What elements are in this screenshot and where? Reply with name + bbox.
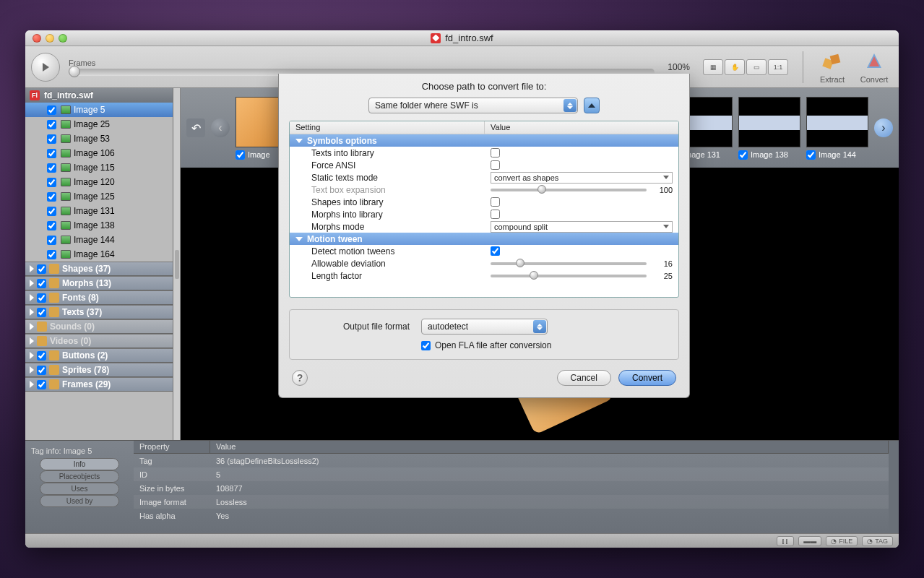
- tree-item-checkbox[interactable]: [47, 178, 56, 187]
- collapse-up-button[interactable]: [584, 98, 600, 113]
- category-checkbox[interactable]: [37, 366, 46, 375]
- status-tag-toggle[interactable]: ◔ TAG: [862, 536, 893, 546]
- status-file-toggle[interactable]: ◔ FILE: [826, 536, 858, 546]
- length-factor-slider[interactable]: [491, 275, 647, 277]
- text-box-expansion-slider[interactable]: [491, 189, 647, 191]
- tree-item-checkbox[interactable]: [47, 134, 56, 144]
- convert-button[interactable]: Convert: [855, 51, 893, 84]
- image-icon: [61, 207, 71, 215]
- taginfo-info-button[interactable]: Info: [40, 458, 119, 470]
- category-checkbox[interactable]: [37, 380, 46, 389]
- thumbnail-item[interactable]: Image 138: [738, 97, 800, 160]
- group-symbols-options[interactable]: Symbols options: [290, 134, 678, 147]
- tree-image-item[interactable]: Image 25: [25, 117, 173, 131]
- undo-button[interactable]: ↶: [186, 118, 205, 137]
- tree-item-checkbox[interactable]: [47, 149, 56, 158]
- tree-category-row[interactable]: Fonts (8): [25, 290, 173, 305]
- thumbnail-checkbox[interactable]: [806, 150, 816, 160]
- taginfo-placeobjects-button[interactable]: Placeobjects: [40, 470, 119, 483]
- image-icon: [61, 250, 71, 259]
- tree-image-item[interactable]: Image 53: [25, 131, 173, 146]
- disclosure-triangle-icon: [30, 337, 34, 345]
- setting-label: Static texts mode: [290, 173, 485, 183]
- view-mode-fit-icon[interactable]: ▭: [746, 59, 767, 75]
- file-name: fd_intro.swf: [44, 90, 93, 100]
- view-mode-grid-icon[interactable]: ▦: [703, 59, 723, 75]
- view-mode-actual-button[interactable]: 1:1: [768, 59, 788, 75]
- extract-button[interactable]: Extract: [813, 51, 851, 84]
- tree-item-label: Image 138: [74, 220, 115, 230]
- thumbnail-checkbox[interactable]: [738, 150, 748, 160]
- tree-category-row[interactable]: Buttons (2): [25, 348, 173, 363]
- tree-image-item[interactable]: Image 120: [25, 175, 173, 189]
- path-combo[interactable]: Same folder where SWF is: [368, 98, 578, 113]
- tree-item-checkbox[interactable]: [47, 120, 56, 129]
- tree-image-item[interactable]: Image 5: [25, 103, 173, 117]
- tree-item-checkbox[interactable]: [47, 163, 56, 173]
- status-segment-splitter-icon[interactable]: ⫿⫿: [777, 536, 794, 546]
- shapes-into-library-checkbox[interactable]: [491, 197, 500, 207]
- tree-category-row[interactable]: Frames (29): [25, 377, 173, 392]
- tree-item-checkbox[interactable]: [47, 250, 56, 259]
- thumbnail-item[interactable]: Image 144: [806, 97, 868, 160]
- tree-category-row[interactable]: Sprites (78): [25, 363, 173, 377]
- category-checkbox[interactable]: [37, 308, 46, 317]
- cancel-button[interactable]: Cancel: [557, 370, 611, 386]
- convert-confirm-button[interactable]: Convert: [618, 370, 676, 386]
- property-key: ID: [134, 470, 210, 479]
- open-after-checkbox[interactable]: [421, 341, 431, 350]
- status-segment-bars-icon[interactable]: ▬▬: [798, 536, 821, 546]
- splitter-handle[interactable]: [173, 88, 181, 440]
- group-motion-tween[interactable]: Motion tween: [290, 233, 678, 245]
- tree-category-row[interactable]: Sounds (0): [25, 319, 173, 334]
- image-icon: [61, 192, 71, 201]
- tree-item-label: Image 144: [74, 235, 115, 245]
- category-checkbox[interactable]: [37, 264, 46, 274]
- tree-image-item[interactable]: Image 138: [25, 218, 173, 233]
- view-mode-hand-icon[interactable]: ✋: [725, 59, 745, 75]
- tree-category-row[interactable]: Morphs (13): [25, 276, 173, 290]
- category-checkbox[interactable]: [37, 293, 46, 303]
- play-button[interactable]: [31, 53, 60, 82]
- info-scrollbar[interactable]: [889, 441, 899, 533]
- allowable-deviation-slider[interactable]: [491, 262, 647, 265]
- category-checkbox[interactable]: [37, 279, 46, 288]
- texts-into-library-checkbox[interactable]: [491, 148, 500, 158]
- tree-category-row[interactable]: Texts (37): [25, 305, 173, 319]
- tree-item-checkbox[interactable]: [47, 105, 56, 115]
- setting-label: Texts into library: [290, 148, 485, 158]
- category-checkbox[interactable]: [37, 351, 46, 361]
- taginfo-used by-button[interactable]: Used by: [40, 495, 119, 507]
- taginfo-uses-button[interactable]: Uses: [40, 483, 119, 495]
- property-row: Has alphaYes: [134, 509, 889, 522]
- static-texts-mode-combo[interactable]: convert as shapes: [491, 172, 673, 184]
- tree-image-item[interactable]: Image 164: [25, 247, 173, 262]
- tree-item-checkbox[interactable]: [47, 192, 56, 202]
- tree-image-item[interactable]: Image 125: [25, 189, 173, 204]
- tree-image-item[interactable]: Image 131: [25, 204, 173, 218]
- tree-item-label: Image 5: [74, 105, 105, 115]
- tree-item-checkbox[interactable]: [47, 207, 56, 216]
- tree-item-checkbox[interactable]: [47, 236, 56, 245]
- setting-label: Length factor: [290, 271, 485, 281]
- main-window: fd_intro.swf Frames 100% ▦ ✋ ▭ 1:1 Extra…: [25, 30, 899, 548]
- tree-image-item[interactable]: Image 115: [25, 160, 173, 175]
- tree-category-row[interactable]: Videos (0): [25, 334, 173, 348]
- category-icon: [49, 365, 59, 375]
- thumb-next-button[interactable]: ›: [874, 118, 893, 137]
- output-format-combo[interactable]: autodetect: [421, 319, 548, 335]
- tree-category-row[interactable]: Shapes (37): [25, 262, 173, 276]
- force-ansi-checkbox[interactable]: [491, 160, 500, 170]
- thumbnail-checkbox[interactable]: [236, 150, 245, 160]
- help-button[interactable]: ?: [292, 370, 308, 386]
- morphs-mode-combo[interactable]: compound split: [491, 221, 673, 233]
- tree-item-checkbox[interactable]: [47, 221, 56, 230]
- tree-image-item[interactable]: Image 144: [25, 233, 173, 247]
- image-icon: [61, 120, 71, 129]
- thumb-prev-button[interactable]: ‹: [211, 118, 230, 137]
- detect-motion-checkbox[interactable]: [491, 246, 500, 256]
- morphs-into-library-checkbox[interactable]: [491, 210, 500, 219]
- tree-image-item[interactable]: Image 106: [25, 146, 173, 160]
- resource-tree[interactable]: Image 5Image 25Image 53Image 106Image 11…: [25, 103, 173, 440]
- setting-label: Force ANSI: [290, 160, 485, 171]
